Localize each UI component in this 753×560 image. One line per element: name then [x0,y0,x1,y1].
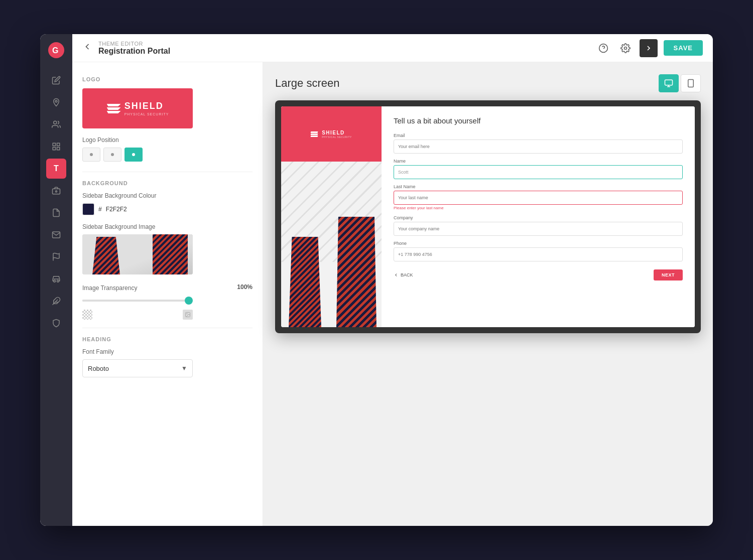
logo-section-label: LOGO [82,76,253,82]
last-name-label: Last Name [394,184,683,189]
color-hex-value: F2F2F2 [106,206,127,213]
name-label: Name [394,159,683,164]
form-back-button[interactable]: BACK [394,272,413,277]
back-button[interactable] [82,42,92,54]
view-toggles [659,74,701,92]
app-logo: G [46,40,66,60]
mobile-view-toggle[interactable] [681,74,701,92]
image-transparency-label: Image Transparency [82,285,137,292]
top-bar-right: SAVE [595,39,703,57]
content-area: LOGO SHIELD PHYSICAL SECURITY [72,62,713,526]
svg-text:G: G [52,46,58,55]
shield-chevrons [106,104,120,113]
document-nav-icon[interactable] [46,203,66,223]
desktop-view-toggle[interactable] [659,74,679,92]
email-form-field: Email [394,133,683,154]
divider-2 [82,328,253,328]
svg-point-9 [56,191,57,192]
grid-nav-icon[interactable] [46,136,66,157]
settings-button[interactable] [617,40,634,56]
transparency-icons [82,310,193,320]
puzzle-nav-icon[interactable] [46,291,66,311]
icon-rail: G T [40,34,72,526]
flag-nav-icon[interactable] [46,247,66,267]
position-left[interactable] [82,148,100,162]
color-row: # F2F2F2 [82,203,253,215]
phone-input[interactable] [394,247,683,261]
transparency-label-row: Image Transparency 100% [82,283,253,292]
location-nav-icon[interactable] [46,92,66,112]
form-actions: BACK NEXT [394,269,683,281]
transparency-slider[interactable] [82,296,193,306]
top-bar: THEME EDITOR Registration Portal SAVE [72,34,713,62]
checker-icon [82,310,92,320]
screen-mockup: SHIELD PHYSICAL SECURITY [275,100,701,333]
screen-logo-mini: SHIELD PHYSICAL SECURITY [311,130,352,138]
form-title: Tell us a bit about yourself [394,116,683,125]
logo-preview: SHIELD PHYSICAL SECURITY [82,88,193,128]
svg-point-17 [624,47,626,49]
sidebar-bg-image-label: Sidebar Background Image [82,223,253,230]
logo-position-label: Logo Position [82,136,253,144]
position-right[interactable] [124,148,143,162]
top-bar-left: THEME EDITOR Registration Portal [82,41,170,56]
car-nav-icon[interactable] [46,269,66,289]
screen-sidebar-header: SHIELD PHYSICAL SECURITY [281,106,382,162]
font-family-dropdown[interactable]: Roboto ▼ [82,359,193,377]
position-center[interactable] [103,148,121,162]
name-input[interactable] [394,165,683,179]
position-options [82,148,253,162]
divider-1 [82,172,253,172]
forward-button[interactable] [640,39,658,57]
svg-rect-4 [53,143,55,146]
company-form-field: Company [394,215,683,236]
users-nav-icon[interactable] [46,114,66,134]
name-form-field: Name [394,159,683,179]
svg-point-2 [55,100,57,102]
badge-nav-icon[interactable] [46,181,66,201]
app-window: G T [40,34,713,526]
last-name-form-field: Last Name Please enter your last name [394,184,683,210]
color-swatch[interactable] [82,203,94,215]
breadcrumb-text: THEME EDITOR [98,41,170,47]
font-family-label: Font Family [82,348,253,355]
left-panel: LOGO SHIELD PHYSICAL SECURITY [72,62,263,526]
background-section-label: BACKGROUND [82,180,253,186]
last-name-error: Please enter your last name [394,206,683,210]
theme-nav-icon[interactable]: T [46,159,66,179]
last-name-input[interactable] [394,191,683,205]
preview-area: Large screen [263,62,713,526]
save-button[interactable]: SAVE [664,40,703,56]
screen-inner: SHIELD PHYSICAL SECURITY [281,106,695,327]
svg-point-19 [187,314,188,315]
phone-form-field: Phone [394,241,683,261]
svg-rect-20 [665,80,673,85]
help-button[interactable] [595,40,611,56]
breadcrumb: THEME EDITOR Registration Portal [98,41,170,56]
dropdown-arrow-icon: ▼ [181,365,187,372]
svg-rect-5 [57,143,60,146]
font-family-value: Roboto [88,365,109,372]
email-nav-icon[interactable] [46,225,66,245]
mini-chevrons [311,131,318,137]
email-input[interactable] [394,139,683,154]
edit-nav-icon[interactable] [46,70,66,90]
shield-nav-icon[interactable] [46,313,66,333]
main-content: THEME EDITOR Registration Portal SAVE [72,34,713,526]
company-label: Company [394,215,683,220]
preview-header: Large screen [275,74,701,92]
form-next-button[interactable]: NEXT [654,269,683,281]
screen-form: Tell us a bit about yourself Email Name [382,106,695,327]
sidebar-bg-colour-label: Sidebar Background Colour [82,192,253,199]
bg-image-preview[interactable] [82,234,193,274]
svg-point-12 [57,280,59,282]
svg-point-11 [54,280,56,282]
screen-sidebar: SHIELD PHYSICAL SECURITY [281,106,382,327]
email-label: Email [394,133,683,138]
phone-label: Phone [394,241,683,246]
preview-title: Large screen [275,77,339,90]
transparency-value: 100% [237,284,253,291]
back-label: BACK [401,272,413,277]
company-input[interactable] [394,222,683,236]
page-title: Registration Portal [98,47,170,56]
